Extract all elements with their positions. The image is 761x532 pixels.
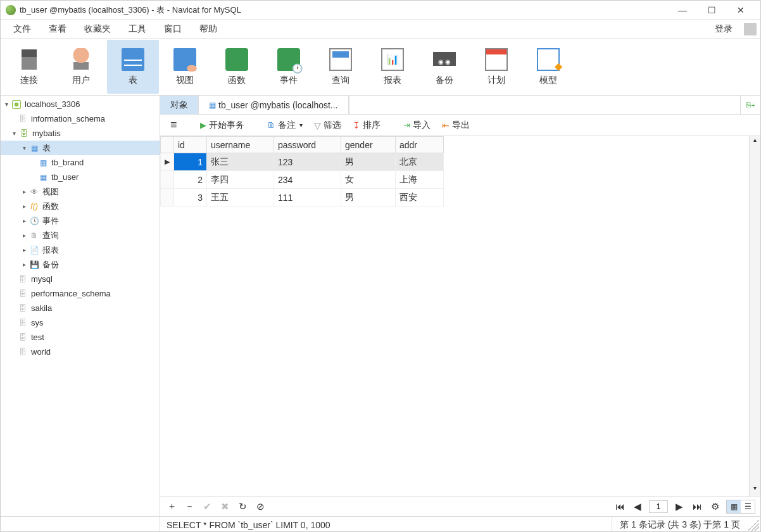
model-icon [537,48,560,71]
menu-tools[interactable]: 工具 [120,21,155,37]
next-page-button[interactable]: ▶ [673,500,686,513]
menu-toggle-button[interactable]: ≡ [167,117,181,133]
toolbar-backup[interactable]: 备份 [418,40,470,94]
expand-icon[interactable]: ▸ [20,261,28,268]
begin-transaction-button[interactable]: ▶开始事务 [196,118,248,132]
avatar-icon[interactable] [744,23,757,35]
toolbar-report[interactable]: 报表 [367,40,418,94]
scroll-up-button[interactable]: ▴ [750,136,760,148]
connection-icon [12,100,21,109]
tree-db-world[interactable]: 🗄world [1,345,160,359]
maximize-button[interactable]: ☐ [697,1,726,20]
column-username[interactable]: username [207,137,274,153]
expand-icon[interactable]: ▸ [20,246,28,253]
menu-favorites[interactable]: 收藏夹 [75,21,120,37]
menu-help[interactable]: 帮助 [191,21,226,37]
close-button[interactable]: ✕ [726,1,755,20]
login-button[interactable]: 登录 [706,21,741,37]
toolbar-user[interactable]: 用户 [55,40,107,94]
settings-button[interactable]: ⚙ [708,500,721,513]
toolbar-connect[interactable]: 连接 [3,40,55,94]
filter-button[interactable]: ▽筛选 [310,118,345,132]
table-row[interactable]: 2 李四 234 女 上海 [161,171,444,189]
row-indicator-header [161,137,174,153]
toolbar-query[interactable]: 查询 [315,40,367,94]
query-icon [329,48,352,71]
menu-view[interactable]: 查看 [40,21,75,37]
tree-table-tb_brand[interactable]: ▦tb_brand [1,155,160,170]
sort-icon: ↧ [353,120,360,130]
vertical-scrollbar[interactable]: ▴ ▾ [749,136,760,496]
column-gender[interactable]: gender [341,137,396,153]
tree-functions-folder[interactable]: ▸f()函数 [1,199,160,213]
tree-queries-folder[interactable]: ▸🗎查询 [1,228,160,243]
stop-button[interactable]: ⊘ [254,500,267,513]
tree-connection[interactable]: ▾ localhost_3306 [1,97,160,111]
expand-icon[interactable]: ▾ [2,101,11,108]
tree-reports-folder[interactable]: ▸📄报表 [1,243,160,257]
tab-objects[interactable]: 对象 [160,96,199,114]
table-icon [122,48,144,71]
table-row[interactable]: ▶ 1 张三 123 男 北京 [161,153,444,171]
tree-db-performance_schema[interactable]: 🗄performance_schema [1,286,160,301]
delete-record-button[interactable]: － [183,500,196,513]
content-tabs: 对象 ▦tb_user @mybatis (localhost... ⎘+ [160,96,760,115]
last-page-button[interactable]: ⏭ [691,500,703,513]
expand-icon[interactable]: ▾ [9,130,18,137]
tree-db-information-schema[interactable]: 🗄information_schema [1,111,160,126]
expand-icon[interactable]: ▸ [20,232,28,239]
tree-events-folder[interactable]: ▸🕓事件 [1,213,160,228]
toolbar-schedule[interactable]: 计划 [470,40,522,94]
filter-icon: ▽ [314,120,321,130]
table-row[interactable]: 3 王五 111 男 西安 [161,189,444,206]
database-icon: 🗄 [17,274,28,284]
expand-icon[interactable]: ▸ [20,217,28,224]
title-bar: tb_user @mybatis (localhost_3306) - 表 - … [1,1,760,20]
database-icon: 🗄 [17,289,28,299]
status-record-info: 第 1 条记录 (共 3 条) 于第 1 页 [612,517,748,532]
scroll-down-button[interactable]: ▾ [750,484,760,496]
add-record-button[interactable]: ＋ [165,500,178,513]
grid-view-button[interactable]: ▦ [727,500,741,513]
prev-page-button[interactable]: ◀ [631,500,644,513]
tree-db-sys[interactable]: 🗄sys [1,315,160,330]
expand-icon[interactable]: ▸ [20,203,28,210]
export-button[interactable]: ⇤导出 [438,118,474,132]
tree-table-tb_user[interactable]: ▦tb_user [1,170,160,184]
tab-tb_user[interactable]: ▦tb_user @mybatis (localhost... [199,96,349,114]
data-grid[interactable]: id username password gender addr ▶ 1 张三 [160,136,749,496]
toolbar-table[interactable]: 表 [107,40,159,94]
menu-file[interactable]: 文件 [4,21,40,37]
column-id[interactable]: id [174,137,207,153]
refresh-button[interactable]: ↻ [236,500,249,513]
sort-button[interactable]: ↧排序 [349,118,384,132]
column-password[interactable]: password [274,137,341,153]
tree-db-sakila[interactable]: 🗄sakila [1,301,160,315]
tree-tables-folder[interactable]: ▾▦表 [1,141,160,155]
resize-grip[interactable] [748,519,759,531]
toolbar-view[interactable]: 视图 [159,40,211,94]
tree-db-test[interactable]: 🗄test [1,330,160,345]
status-sql: SELECT * FROM `tb_user` LIMIT 0, 1000 [160,520,612,530]
minimize-button[interactable]: — [668,1,697,20]
menu-window[interactable]: 窗口 [155,21,191,37]
import-button[interactable]: ⇥导入 [399,118,434,132]
toolbar-function[interactable]: 函数 [211,40,263,94]
toolbar-model[interactable]: 模型 [522,40,574,94]
tree-db-mybatis[interactable]: ▾🗄mybatis [1,126,160,141]
expand-icon[interactable]: ▸ [20,188,28,195]
toolbar-event[interactable]: 事件 [263,40,315,94]
tree-backups-folder[interactable]: ▸💾备份 [1,257,160,272]
tree-views-folder[interactable]: ▸👁视图 [1,184,160,199]
form-view-button[interactable]: ☰ [741,500,755,513]
remark-button[interactable]: 🗎备注▾ [263,118,306,132]
connection-tree[interactable]: ▾ localhost_3306 🗄information_schema ▾🗄m… [1,96,160,516]
first-page-button[interactable]: ⏮ [613,500,626,513]
page-input[interactable] [649,500,668,513]
column-addr[interactable]: addr [396,137,444,153]
add-tab-button[interactable]: ⎘+ [740,96,760,114]
cancel-button[interactable]: ✖ [218,500,231,513]
apply-button[interactable]: ✔ [201,500,213,513]
tree-db-mysql[interactable]: 🗄mysql [1,272,160,286]
expand-icon[interactable]: ▾ [20,144,28,151]
